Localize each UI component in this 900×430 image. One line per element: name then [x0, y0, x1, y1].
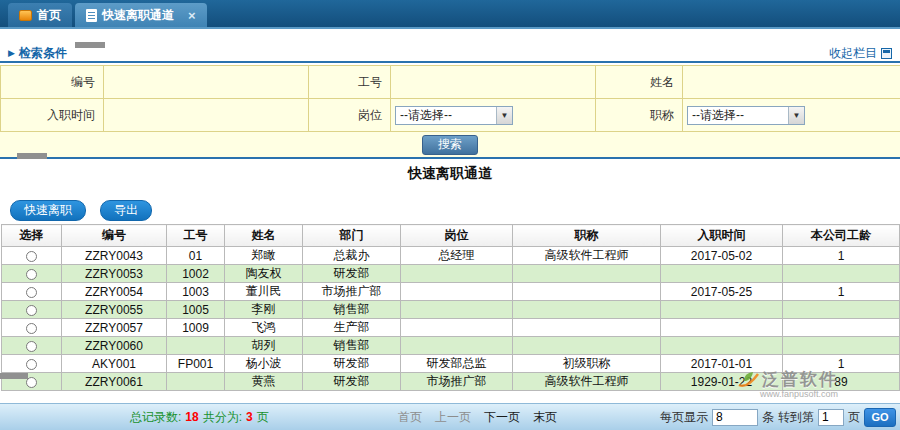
row-select-radio[interactable]	[26, 359, 37, 370]
cell-seniority	[783, 319, 900, 337]
scrollbar-thumb[interactable]	[0, 373, 28, 379]
cell-seniority	[783, 337, 900, 355]
cell-seniority: 1	[783, 283, 900, 301]
row-select-radio[interactable]	[26, 269, 37, 280]
per-page-input[interactable]	[712, 409, 758, 426]
dropdown-arrow-icon: ▼	[496, 107, 512, 124]
row-select-radio[interactable]	[26, 287, 37, 298]
cell-number: ZZRY0057	[62, 319, 167, 337]
goto-page-label: 转到第	[778, 409, 814, 426]
close-icon[interactable]: ×	[188, 9, 196, 22]
row-select-radio[interactable]	[26, 341, 37, 352]
employee-table: 选择 编号 工号 姓名 部门 岗位 职称 入职时间 本公司工龄 ZZRY0043…	[1, 224, 900, 391]
prev-page-link[interactable]: 上一页	[435, 409, 471, 426]
total-pages-label: 共分为:	[203, 409, 242, 426]
cell-entry_date: 1929-01-22	[661, 373, 783, 391]
row-select-radio[interactable]	[26, 305, 37, 316]
next-page-link[interactable]: 下一页	[484, 409, 520, 426]
cell-dept: 销售部	[303, 337, 401, 355]
name-input[interactable]	[687, 71, 891, 93]
quick-resign-button[interactable]: 快速离职	[10, 200, 86, 221]
cell-entry_date	[661, 265, 783, 283]
scrollbar-thumb[interactable]	[75, 42, 105, 48]
page-links: 首页 上一页 下一页 末页	[398, 404, 557, 430]
section-divider	[0, 157, 900, 159]
record-stats: 总记录数: 18 共分为: 3 页	[130, 404, 269, 430]
cell-title	[513, 301, 661, 319]
cell-position: 研发部总监	[401, 355, 513, 373]
title-select[interactable]: --请选择-- ▼	[687, 106, 805, 125]
cell-position	[401, 301, 513, 319]
first-page-link[interactable]: 首页	[398, 409, 422, 426]
collapse-panel-button[interactable]: 收起栏目	[829, 45, 892, 62]
cell-title: 高级软件工程师	[513, 247, 661, 265]
tab-home[interactable]: 首页	[8, 3, 72, 27]
pages-unit: 页	[257, 409, 269, 426]
cell-dept: 市场推广部	[303, 283, 401, 301]
search-form: 编号 工号 姓名 入职时间 岗位	[0, 65, 900, 132]
entry-date-input[interactable]	[108, 104, 300, 126]
title-field-cell: --请选择-- ▼	[683, 99, 900, 132]
export-button[interactable]: 导出	[100, 200, 152, 221]
number-input[interactable]	[108, 71, 300, 93]
entry-date-label: 入职时间	[1, 99, 104, 132]
pagination-bar: 总记录数: 18 共分为: 3 页 首页 上一页 下一页 末页 每页显示 条 转…	[0, 403, 900, 430]
cell-name: 董川民	[225, 283, 303, 301]
total-pages-value: 3	[246, 410, 253, 424]
cell-title	[513, 265, 661, 283]
goto-page-input[interactable]	[818, 409, 844, 426]
row-select-radio[interactable]	[26, 323, 37, 334]
cell-title	[513, 337, 661, 355]
last-page-link[interactable]: 末页	[533, 409, 557, 426]
search-button-row: 搜索	[0, 132, 900, 157]
table-body: ZZRY004301郑瞰总裁办总经理高级软件工程师2017-05-021ZZRY…	[2, 247, 900, 391]
select-cell	[2, 301, 62, 319]
cell-dept: 生产部	[303, 319, 401, 337]
tab-home-label: 首页	[37, 7, 61, 24]
per-page-unit: 条	[762, 409, 774, 426]
cell-emp_id: 01	[167, 247, 225, 265]
document-icon	[86, 9, 97, 22]
cell-title: 高级软件工程师	[513, 373, 661, 391]
name-label: 姓名	[596, 66, 683, 99]
go-button[interactable]: GO	[864, 408, 896, 427]
collapse-icon	[881, 48, 892, 59]
col-entry-date: 入职时间	[661, 225, 783, 247]
cell-dept: 研发部	[303, 373, 401, 391]
cell-entry_date: 2017-05-02	[661, 247, 783, 265]
scrollbar-thumb[interactable]	[17, 153, 47, 159]
tab-quick-resign[interactable]: 快速离职通道 ×	[75, 3, 207, 27]
cell-seniority: 89	[783, 373, 900, 391]
cell-entry_date: 2017-05-25	[661, 283, 783, 301]
cell-seniority	[783, 265, 900, 283]
tab-quick-resign-label: 快速离职通道	[102, 7, 174, 24]
cell-entry_date	[661, 301, 783, 319]
search-button[interactable]: 搜索	[422, 135, 478, 155]
col-emp-id: 工号	[167, 225, 225, 247]
cell-number: ZZRY0061	[62, 373, 167, 391]
position-select[interactable]: --请选择-- ▼	[395, 106, 513, 125]
select-cell	[2, 265, 62, 283]
row-select-radio[interactable]	[26, 251, 37, 262]
cell-number: ZZRY0060	[62, 337, 167, 355]
cell-emp_id: FP001	[167, 355, 225, 373]
col-dept: 部门	[303, 225, 401, 247]
cell-name: 黄燕	[225, 373, 303, 391]
cell-name: 杨小波	[225, 355, 303, 373]
home-icon	[19, 10, 32, 21]
cell-name: 飞鸿	[225, 319, 303, 337]
cell-number: ZZRY0043	[62, 247, 167, 265]
emp-id-input[interactable]	[395, 71, 587, 93]
col-seniority: 本公司工龄	[783, 225, 900, 247]
total-records-label: 总记录数:	[130, 409, 181, 426]
page-size-controls: 每页显示 条 转到第 页 GO	[660, 404, 896, 430]
col-number: 编号	[62, 225, 167, 247]
cell-dept: 研发部	[303, 355, 401, 373]
cell-name: 郑瞰	[225, 247, 303, 265]
cell-name: 陶友权	[225, 265, 303, 283]
table-row: ZZRY0060胡列销售部	[2, 337, 900, 355]
cell-emp_id	[167, 337, 225, 355]
app-window: 首页 快速离职通道 × ▶ 检索条件 收起栏目 编号	[0, 0, 900, 430]
cell-position	[401, 319, 513, 337]
table-row: ZZRY0061黄燕研发部市场推广部高级软件工程师1929-01-2289	[2, 373, 900, 391]
